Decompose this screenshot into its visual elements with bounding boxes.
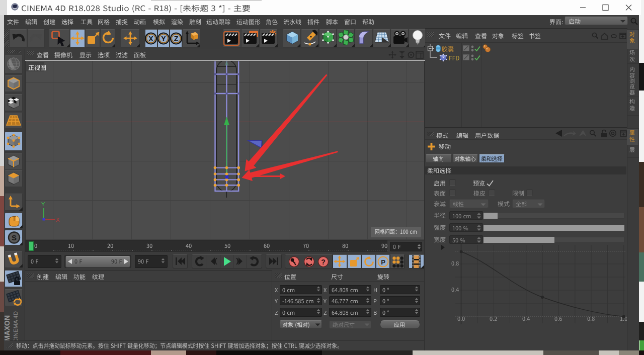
- svg-text:X: X: [56, 217, 60, 223]
- svg-text:S: S: [12, 233, 17, 242]
- svg-text:?: ?: [321, 258, 326, 266]
- svg-text:P: P: [381, 258, 385, 266]
- svg-text:CINEMA 4D: CINEMA 4D: [13, 311, 19, 342]
- svg-text:Z: Z: [174, 35, 178, 43]
- svg-text:X: X: [149, 35, 154, 43]
- svg-text:MAXON: MAXON: [4, 315, 11, 341]
- svg-text:Y: Y: [41, 201, 45, 207]
- svg-text:Y: Y: [161, 35, 166, 43]
